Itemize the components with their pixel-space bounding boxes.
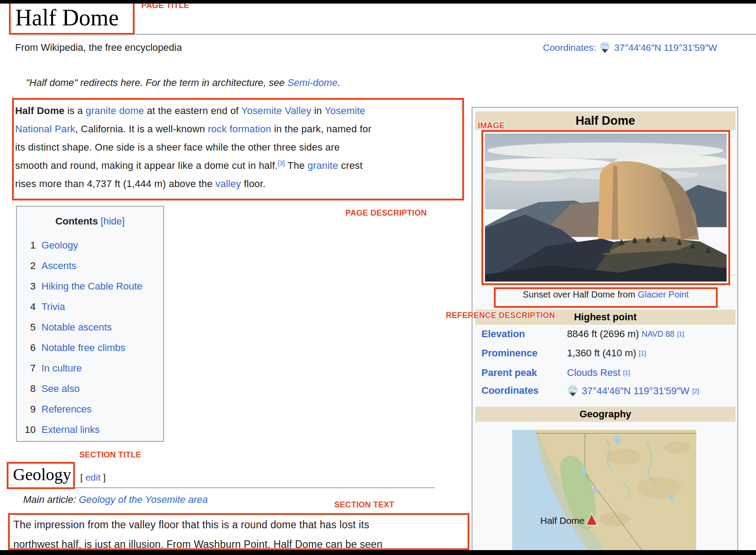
text-segment: , California. It is a well-known xyxy=(75,123,208,135)
text-segment: at the eastern end of xyxy=(144,105,241,116)
toc-item-external-links[interactable]: 10External links xyxy=(22,420,163,440)
toc-hide-toggle[interactable]: [hide] xyxy=(101,216,125,227)
link[interactable]: Yosemite xyxy=(325,105,365,116)
annotation-label-reference-description: REFERENCE DESCRIPTION xyxy=(446,311,555,320)
title-divider xyxy=(9,34,756,35)
text-line: Half Dome is a granite dome at the easte… xyxy=(15,102,463,120)
toc-item-number: 8 xyxy=(22,379,36,399)
link[interactable]: valley xyxy=(215,178,241,189)
toc-item-in-culture[interactable]: 7In culture xyxy=(22,358,163,379)
toc-header: Contents [hide] xyxy=(17,207,163,227)
text-line: smooth and round, making it appear like … xyxy=(15,156,463,175)
toc-item-ascents[interactable]: 2Ascents xyxy=(22,256,163,276)
text-segment: floor. xyxy=(241,178,266,189)
text-line: northwest half, is just an illusion. Fro… xyxy=(13,535,464,550)
infobox-row-value: 1,360 ft (410 m) [1] xyxy=(567,347,646,359)
image-caption: Sunset over Half Dome from Glacier Point xyxy=(494,290,718,300)
toc-list: 1Geology2Ascents3Hiking the Cable Route4… xyxy=(17,227,163,440)
toc-item-trivia[interactable]: 4Trivia xyxy=(22,297,163,317)
toc-item-hiking-the-cable-route[interactable]: 3Hiking the Cable Route xyxy=(22,276,163,297)
text-segment: smooth and round, making it appear like … xyxy=(15,160,278,171)
infobox-title: Half Dome xyxy=(475,111,735,130)
toc-item-references[interactable]: 9References xyxy=(22,399,163,420)
link[interactable]: granite dome xyxy=(86,105,144,116)
toc-item-number: 2 xyxy=(22,256,36,276)
intro-paragraph: Half Dome is a granite dome at the easte… xyxy=(15,102,463,200)
toc-item-number: 7 xyxy=(22,358,36,379)
infobox-row-label[interactable]: Parent peak xyxy=(481,367,537,379)
text-segment: Main article: xyxy=(23,494,79,505)
infobox-row-value: 37°44′46″N 119°31′59″W[2] xyxy=(567,385,699,397)
coordinates-value-link[interactable]: 37°44′46″N 119°31′59″W xyxy=(614,42,717,53)
link[interactable]: 37°44′46″N 119°31′59″W xyxy=(582,385,690,397)
toc-item-link[interactable]: Notable ascents xyxy=(41,322,112,333)
toc-item-link[interactable]: See also xyxy=(41,383,80,394)
link[interactable]: Semi-dome xyxy=(288,77,337,88)
main-article-hatnote: Main article: Geology of the Yosemite ar… xyxy=(23,494,208,506)
text-segment: 8846 ft (2696 m) xyxy=(567,328,639,340)
edit-section-link[interactable]: [ edit ] xyxy=(80,472,106,483)
link[interactable]: Geology of the Yosemite area xyxy=(79,494,208,505)
text-segment: ] xyxy=(101,472,106,482)
toc-item-notable-ascents[interactable]: 5Notable ascents xyxy=(22,317,163,338)
toc-item-number: 10 xyxy=(22,420,36,440)
link[interactable]: granite xyxy=(308,160,338,171)
table-of-contents: Contents [hide] 1Geology2Ascents3Hiking … xyxy=(16,206,164,442)
toc-item-link[interactable]: References xyxy=(41,404,92,415)
toc-item-number: 4 xyxy=(22,297,36,317)
link[interactable]: [3] xyxy=(278,159,285,167)
infobox-row-label[interactable]: Elevation xyxy=(481,328,525,340)
toc-item-link[interactable]: Geology xyxy=(41,240,78,251)
toc-item-notable-free-climbs[interactable]: 6Notable free climbs xyxy=(22,338,163,358)
text-segment: "Half dome" redirects here. For the term… xyxy=(26,77,288,88)
locator-map[interactable]: Half Dome xyxy=(512,430,696,551)
toc-item-number: 9 xyxy=(22,399,36,420)
link[interactable]: National Park xyxy=(15,123,75,135)
annotation-label-section-text: SECTION TEXT xyxy=(334,500,394,510)
toc-item-link[interactable]: Notable free climbs xyxy=(41,342,125,353)
link[interactable]: rock formation xyxy=(208,123,271,135)
text-line: its distinct shape. One side is a sheer … xyxy=(15,138,463,156)
link[interactable]: Glacier Point xyxy=(638,290,689,299)
text-segment: The xyxy=(285,160,308,171)
bottom-black-bar xyxy=(0,550,756,555)
toc-title: Contents xyxy=(55,216,98,227)
text-segment: rises more than 4,737 ft (1,444 m) above… xyxy=(15,178,215,189)
infobox-photo[interactable] xyxy=(485,134,727,282)
top-black-bar xyxy=(0,0,756,4)
coordinates-label-link[interactable]: Coordinates: xyxy=(543,42,596,53)
section-title-geology: Geology xyxy=(13,465,71,484)
text-line: The impression from the valley floor tha… xyxy=(13,515,464,535)
toc-item-link[interactable]: External links xyxy=(41,424,100,435)
text-line: National Park, California. It is a well-… xyxy=(15,120,463,138)
link[interactable]: Clouds Rest xyxy=(567,367,620,379)
text-segment: 1,360 ft (410 m) xyxy=(567,347,636,359)
toc-item-link[interactable]: Ascents xyxy=(41,260,76,271)
infobox-row-value: Clouds Rest[1] xyxy=(567,367,630,379)
toc-item-see-also[interactable]: 8See also xyxy=(22,379,163,399)
annotation-label-section-title: SECTION TITLE xyxy=(79,450,141,460)
text-segment: . xyxy=(337,77,340,88)
toc-item-link[interactable]: Trivia xyxy=(41,301,65,312)
infobox-row-label[interactable]: Coordinates xyxy=(481,385,538,396)
text-segment: its distinct shape. One side is a sheer … xyxy=(15,142,340,153)
toc-item-link[interactable]: In culture xyxy=(41,363,82,374)
text-segment: crest xyxy=(338,160,363,171)
globe-icon[interactable] xyxy=(567,385,579,397)
toc-item-link[interactable]: Hiking the Cable Route xyxy=(41,281,142,292)
site-tagline: From Wikipedia, the free encyclopedia xyxy=(15,42,182,53)
infobox-row-label[interactable]: Prominence xyxy=(481,347,538,359)
toc-item-geology[interactable]: 1Geology xyxy=(22,235,163,256)
text-segment: in xyxy=(311,105,325,116)
toc-item-number: 6 xyxy=(22,338,36,358)
infobox-header-geography: Geography xyxy=(475,407,735,422)
link[interactable]: edit xyxy=(86,472,101,482)
text-segment: in the park, named for xyxy=(271,123,371,135)
toc-item-number: 1 xyxy=(22,235,36,256)
text-line: rises more than 4,737 ft (1,444 m) above… xyxy=(15,175,463,193)
globe-icon[interactable] xyxy=(599,41,611,53)
toc-item-number: 3 xyxy=(22,276,36,297)
text-segment: Half Dome xyxy=(15,105,65,116)
link[interactable]: Yosemite Valley xyxy=(241,105,311,116)
link[interactable]: NAVD 88 xyxy=(641,330,674,339)
